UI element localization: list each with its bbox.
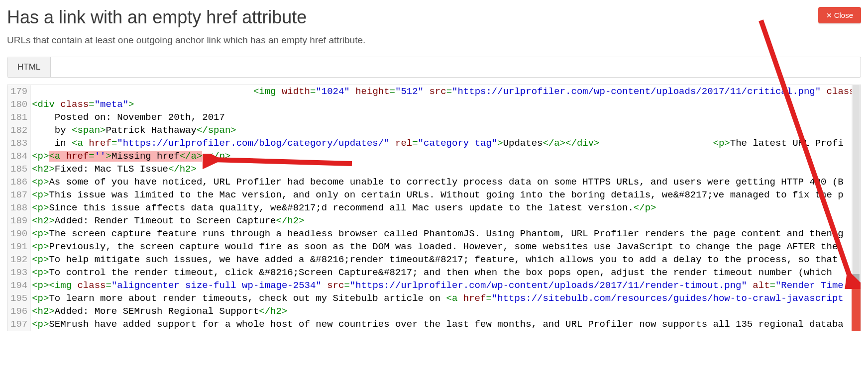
code-line[interactable]: <p><a href=''>Missing href</a>.</p> bbox=[31, 150, 861, 163]
line-number: 182 bbox=[10, 124, 27, 137]
line-number: 191 bbox=[10, 240, 27, 253]
code-line[interactable]: <p>As some of you have noticed, URL Prof… bbox=[31, 176, 861, 188]
page-title: Has a link with an empty href attribute bbox=[7, 7, 307, 28]
code-line[interactable]: <p>Since this issue affects data quality… bbox=[31, 201, 861, 214]
code-lines[interactable]: <img width="1024" height="512" src="http… bbox=[31, 85, 861, 331]
code-line[interactable]: <p><img class="aligncenter size-full wp-… bbox=[31, 279, 861, 292]
line-number: 179 bbox=[10, 85, 27, 98]
vertical-scrollbar[interactable] bbox=[852, 85, 861, 331]
code-line[interactable]: <p>To help mitigate such issues, we have… bbox=[31, 253, 861, 266]
line-number: 180 bbox=[10, 98, 27, 111]
code-line[interactable]: in <a href="https://urlprofiler.com/blog… bbox=[31, 137, 861, 150]
line-number: 196 bbox=[10, 305, 27, 318]
line-number: 188 bbox=[10, 201, 27, 214]
code-viewer: 1791801811821831841851861871881891901911… bbox=[7, 85, 861, 331]
tab-bar: HTML bbox=[7, 57, 861, 78]
scrollbar-track bbox=[853, 85, 860, 274]
code-line[interactable]: <p>The screen capture feature runs throu… bbox=[31, 227, 861, 240]
line-number: 192 bbox=[10, 253, 27, 266]
line-gutter: 1791801811821831841851861871881891901911… bbox=[7, 85, 31, 331]
code-line[interactable]: Posted on: November 20th, 2017 bbox=[31, 111, 861, 124]
code-line[interactable]: <p>To control the render timeout, click … bbox=[31, 266, 861, 279]
close-label: Close bbox=[834, 11, 853, 19]
code-line[interactable]: <p>SEMrush have added support for a whol… bbox=[31, 318, 861, 331]
line-number: 184 bbox=[10, 150, 27, 163]
line-number: 181 bbox=[10, 111, 27, 124]
code-line[interactable]: <p>This issue was limited to the Mac ver… bbox=[31, 188, 861, 201]
code-line[interactable]: <div class="meta"> bbox=[31, 98, 861, 111]
description: URLs that contain at least one outgoing … bbox=[7, 35, 861, 46]
close-icon: ✕ bbox=[826, 12, 832, 19]
scrollbar-thumb[interactable] bbox=[853, 274, 860, 286]
close-button[interactable]: ✕ Close bbox=[818, 7, 861, 23]
line-number: 193 bbox=[10, 266, 27, 279]
line-number: 197 bbox=[10, 318, 27, 331]
line-number: 185 bbox=[10, 163, 27, 176]
tab-html[interactable]: HTML bbox=[7, 57, 51, 77]
code-line[interactable]: <img width="1024" height="512" src="http… bbox=[31, 85, 861, 98]
line-number: 189 bbox=[10, 214, 27, 227]
code-line[interactable]: <p>To learn more about render timeouts, … bbox=[31, 292, 861, 305]
scrollbar-error-region[interactable] bbox=[852, 286, 861, 331]
line-number: 183 bbox=[10, 137, 27, 150]
code-line[interactable]: <h2>Added: Render Timeout to Screen Capt… bbox=[31, 214, 861, 227]
line-number: 195 bbox=[10, 292, 27, 305]
line-number: 186 bbox=[10, 176, 27, 188]
code-line[interactable]: by <span>Patrick Hathaway</span> bbox=[31, 124, 861, 137]
code-line[interactable]: <h2>Added: More SEMrush Regional Support… bbox=[31, 305, 861, 318]
line-number: 194 bbox=[10, 279, 27, 292]
line-number: 187 bbox=[10, 188, 27, 201]
line-number: 190 bbox=[10, 227, 27, 240]
code-line[interactable]: <p>Previously, the screen capture would … bbox=[31, 240, 861, 253]
code-line[interactable]: <h2>Fixed: Mac TLS Issue</h2> bbox=[31, 163, 861, 176]
